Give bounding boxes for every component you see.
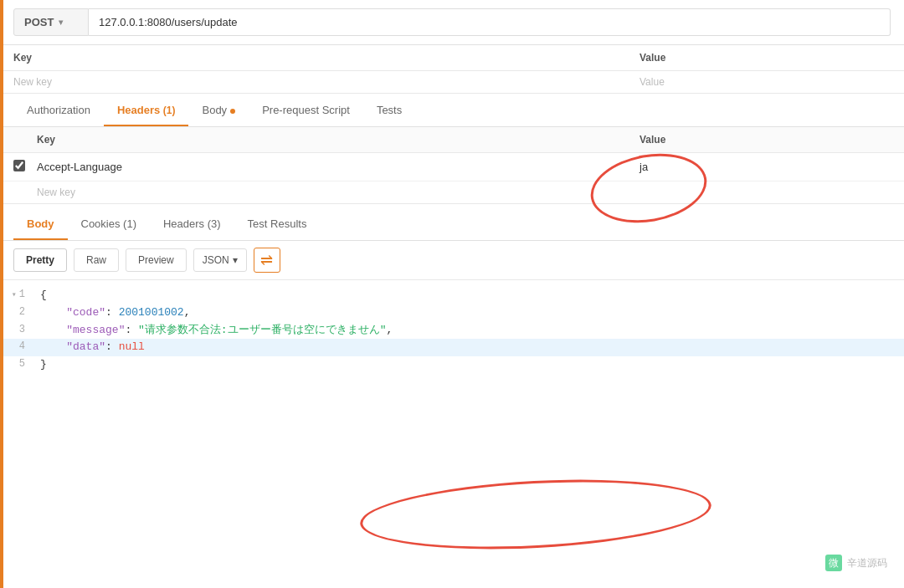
line-number-1: ▾ 1 (0, 287, 33, 303)
headers-value-value[interactable]: ja (639, 161, 891, 173)
code-line-4: 4 "data": null (0, 339, 904, 356)
response-tab-test-results[interactable]: Test Results (234, 207, 321, 240)
params-section: Key Value New key Value (0, 45, 904, 94)
request-tabs: Authorization Headers (1) Body Pre-reque… (0, 94, 904, 127)
headers-key-col: Key (37, 134, 639, 146)
params-header: Key Value (0, 45, 904, 71)
response-tab-headers[interactable]: Headers (3) (150, 207, 234, 240)
tab-headers[interactable]: Headers (1) (104, 94, 189, 126)
response-tab-cookies[interactable]: Cookies (1) (68, 207, 150, 240)
watermark-label: 辛道源码 (847, 556, 887, 570)
code-key-message: "message" (66, 324, 125, 336)
code-value-data: null (119, 340, 145, 353)
params-value-header: Value (639, 52, 891, 64)
headers-check-col (13, 134, 37, 146)
format-selector[interactable]: JSON ▾ (193, 248, 247, 272)
code-line-1: ▾ 1 { (0, 287, 904, 304)
headers-table-header: Key Value (0, 127, 904, 153)
url-bar: POST ▾ (0, 0, 904, 45)
body-dot (230, 109, 235, 114)
code-key-data: "data" (66, 340, 105, 353)
line-number-4: 4 (0, 339, 33, 355)
code-line-2: 2 "code": 2001001002, (0, 304, 904, 322)
params-key-header: Key (13, 52, 639, 64)
response-tabs: Body Cookies (1) Headers (3) Test Result… (0, 207, 904, 241)
code-area: ▾ 1 { 2 "code": 2001001002, 3 "message":… (0, 280, 904, 381)
code-brace-close: } (40, 358, 47, 371)
headers-value-col: Value (639, 134, 891, 146)
headers-new-row: New key (0, 182, 904, 203)
params-new-row: New key Value (0, 71, 904, 93)
code-line-3: 3 "message": "请求参数不合法:ユーザー番号は空にできません", (0, 322, 904, 340)
line-number-3: 3 (0, 322, 33, 338)
wechat-icon: 微 (825, 555, 842, 571)
raw-button[interactable]: Raw (74, 248, 119, 272)
watermark: 微 辛道源码 (825, 555, 887, 571)
line-number-5: 5 (0, 356, 33, 372)
accept-language-checkbox[interactable] (13, 160, 25, 171)
method-text: POST (24, 16, 54, 28)
code-value-code: 2001001002 (119, 306, 184, 319)
format-chevron-icon: ▾ (233, 254, 238, 266)
code-line-5: 5 } (0, 356, 904, 374)
method-selector[interactable]: POST ▾ (13, 8, 89, 36)
params-new-key[interactable]: New key (13, 76, 639, 88)
annotation-circle-message (358, 472, 713, 557)
fold-arrow-1[interactable]: ▾ (12, 289, 17, 302)
body-toolbar: Pretty Raw Preview JSON ▾ ⇌ (0, 241, 904, 280)
wrap-button[interactable]: ⇌ (254, 248, 280, 273)
tab-authorization[interactable]: Authorization (13, 94, 104, 126)
tab-pre-request[interactable]: Pre-request Script (249, 94, 363, 126)
headers-section: Key Value Accept-Language ja New key (0, 127, 904, 204)
code-value-message: "请求参数不合法:ユーザー番号は空にできません" (138, 324, 386, 336)
wrap-icon: ⇌ (260, 251, 273, 269)
line-number-2: 2 (0, 304, 33, 320)
headers-checkbox-col[interactable] (13, 160, 37, 174)
url-input[interactable] (89, 8, 891, 36)
pretty-button[interactable]: Pretty (13, 248, 67, 272)
response-tab-body[interactable]: Body (13, 207, 68, 240)
headers-new-key[interactable]: New key (37, 187, 75, 198)
chevron-down-icon: ▾ (59, 18, 63, 27)
left-accent-bar (0, 0, 3, 588)
preview-button[interactable]: Preview (126, 248, 187, 272)
tab-body[interactable]: Body (188, 94, 249, 126)
headers-row: Accept-Language ja (0, 153, 904, 182)
tab-tests[interactable]: Tests (363, 94, 415, 126)
code-key-code: "code" (66, 306, 105, 319)
params-value[interactable]: Value (639, 76, 891, 88)
code-brace-open: { (40, 289, 47, 301)
headers-key-value[interactable]: Accept-Language (37, 161, 639, 173)
wechat-icon-text: 微 (829, 556, 839, 570)
